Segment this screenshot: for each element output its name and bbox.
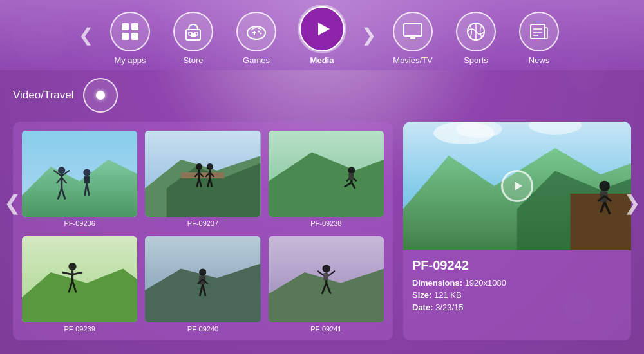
svg-rect-35 (84, 176, 90, 183)
media-icon-circle (299, 6, 345, 51)
content-row: PF-09236 (13, 122, 631, 340)
svg-point-48 (207, 163, 213, 170)
nav-item-games[interactable]: Games (225, 12, 288, 65)
svg-rect-2 (122, 33, 129, 40)
play-button[interactable] (501, 170, 533, 202)
svg-rect-7 (194, 32, 198, 35)
svg-rect-87 (323, 273, 328, 280)
thumb-item-pf09239[interactable]: PF-09239 (22, 236, 137, 334)
nav-bar: ❮ My apps Store (0, 0, 644, 70)
games-label: Games (243, 55, 270, 65)
thumb-img-pf09236 (22, 131, 137, 217)
svg-rect-20 (545, 28, 547, 39)
movies-tv-icon-circle (393, 12, 433, 51)
content-prev-arrow[interactable]: ❮ (3, 191, 22, 215)
thumb-label-pf09236: PF-09236 (64, 219, 95, 227)
date-value: 3/23/15 (435, 303, 463, 312)
dimensions-label: Dimensions: (412, 278, 462, 288)
svg-point-81 (322, 265, 330, 272)
svg-point-11 (258, 31, 260, 33)
thumbnails-section: PF-09236 (13, 122, 393, 340)
content-next-arrow[interactable]: ❯ (622, 191, 641, 215)
sports-label: Sports (464, 55, 488, 65)
main-content: Video/Travel (0, 70, 644, 347)
svg-rect-14 (404, 24, 422, 36)
preview-size: Size: 121 KB (412, 290, 622, 300)
grid-icon (120, 21, 140, 42)
svg-marker-101 (515, 182, 522, 191)
svg-point-56 (348, 167, 355, 174)
svg-point-26 (58, 167, 65, 174)
my-apps-icon-circle (110, 12, 150, 51)
thumb-label-pf09240: PF-09240 (187, 325, 218, 333)
media-label: Media (310, 55, 334, 65)
store-label: Store (183, 55, 203, 65)
play-triangle-icon (510, 179, 524, 193)
nav-item-news[interactable]: News (507, 12, 571, 65)
nav-item-sports[interactable]: Sports (444, 12, 507, 65)
svg-point-92 (599, 181, 610, 192)
thumb-item-pf09241[interactable]: PF-09241 (269, 236, 384, 334)
svg-point-65 (68, 263, 76, 270)
svg-marker-13 (318, 23, 330, 35)
newspaper-icon (527, 20, 551, 43)
category-label: Video/Travel (13, 89, 74, 102)
thumb-img-pf09238 (269, 131, 384, 217)
nav-item-store[interactable]: Store (162, 12, 225, 65)
news-icon-circle (519, 12, 559, 51)
monitor-icon (401, 20, 424, 43)
nav-next-arrow[interactable]: ❯ (356, 24, 381, 46)
preview-dimensions: Dimensions: 1920x1080 (412, 278, 622, 288)
thumb-img-pf09237 (145, 131, 260, 217)
size-value: 121 KB (434, 290, 462, 300)
date-label: Date: (412, 303, 433, 312)
store-icon-circle (173, 12, 213, 51)
svg-rect-62 (348, 173, 354, 180)
thumb-item-pf09238[interactable]: PF-09238 (269, 131, 384, 228)
svg-point-42 (196, 163, 202, 170)
size-label: Size: (412, 290, 431, 300)
category-toggle[interactable] (83, 78, 118, 113)
toggle-dot (96, 91, 105, 100)
svg-rect-1 (131, 23, 138, 30)
thumb-img-pf09241 (269, 236, 384, 322)
gamepad-icon (245, 20, 268, 43)
preview-panel: PF-09242 Dimensions: 1920x1080 Size: 121… (403, 122, 631, 340)
sports-icon-circle (456, 12, 496, 51)
svg-point-34 (83, 169, 90, 176)
preview-filename: PF-09242 (412, 258, 622, 273)
nav-item-movies-tv[interactable]: Movies/TV (381, 12, 444, 65)
svg-rect-0 (122, 23, 129, 30)
thumb-label-pf09237: PF-09237 (187, 219, 218, 227)
thumb-label-pf09238: PF-09238 (310, 219, 341, 227)
svg-point-12 (260, 33, 262, 35)
thumb-img-pf09240 (145, 236, 260, 322)
svg-rect-3 (131, 33, 138, 40)
dimensions-value: 1920x1080 (465, 278, 506, 288)
thumb-item-pf09236[interactable]: PF-09236 (22, 131, 137, 228)
nav-prev-arrow[interactable]: ❮ (73, 24, 99, 46)
svg-rect-19 (531, 24, 545, 39)
games-icon-circle (236, 12, 276, 51)
basketball-icon (464, 20, 488, 43)
nav-item-my-apps[interactable]: My apps (99, 12, 162, 65)
svg-rect-6 (189, 32, 192, 35)
thumb-img-pf09239 (22, 236, 137, 322)
thumb-item-pf09237[interactable]: PF-09237 (145, 131, 260, 228)
movies-tv-label: Movies/TV (393, 55, 432, 65)
preview-info: PF-09242 Dimensions: 1920x1080 Size: 121… (403, 250, 631, 322)
svg-point-73 (199, 268, 206, 275)
play-icon (310, 17, 334, 41)
nav-item-media[interactable]: Media (288, 6, 356, 65)
thumb-item-pf09240[interactable]: PF-09240 (145, 236, 260, 334)
store-icon (182, 21, 204, 42)
my-apps-label: My apps (114, 55, 146, 65)
thumb-label-pf09239: PF-09239 (64, 325, 95, 333)
preview-image[interactable] (403, 122, 631, 250)
category-row: Video/Travel (13, 78, 631, 113)
preview-date: Date: 3/23/15 (412, 303, 622, 312)
news-label: News (529, 55, 550, 65)
thumb-label-pf09241: PF-09241 (310, 325, 341, 333)
